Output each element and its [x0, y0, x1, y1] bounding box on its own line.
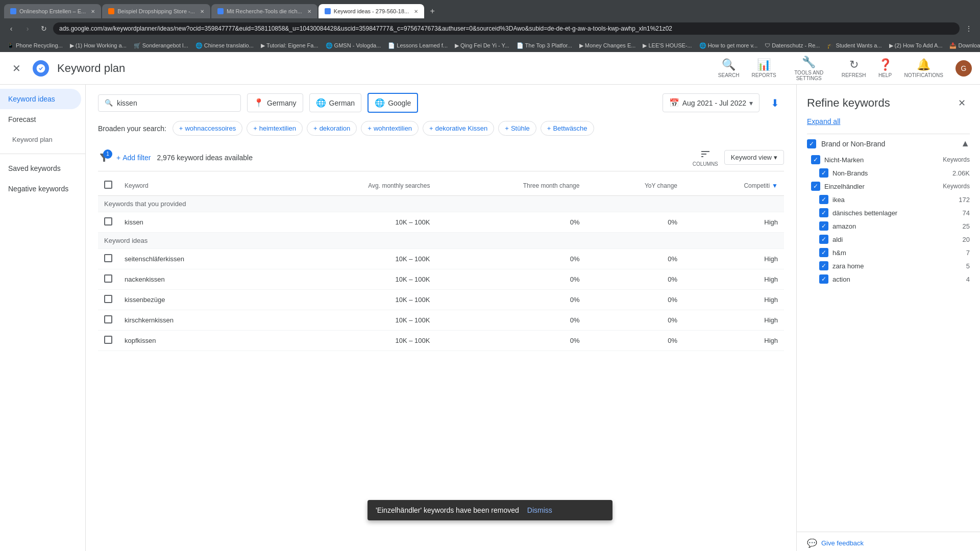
row-checkbox-0[interactable]: [104, 217, 112, 226]
broaden-chip-4[interactable]: + dekorative Kissen: [423, 121, 494, 136]
help-nav-item[interactable]: ❓ HELP: [878, 58, 892, 78]
th-competition[interactable]: Competiti ▼: [683, 176, 784, 196]
notifications-nav-item[interactable]: 🔔 NOTIFICATIONS: [904, 58, 943, 78]
broaden-chip-0[interactable]: + wohnaccessoires: [173, 121, 242, 136]
danisches-checkbox[interactable]: ✓: [819, 208, 828, 217]
search-input-wrap[interactable]: 🔍: [98, 94, 241, 112]
tab-close-3[interactable]: ✕: [307, 9, 311, 14]
bookmark-15[interactable]: ▶ (2) How To Add A...: [886, 41, 946, 50]
th-avg-monthly[interactable]: Avg. monthly searches: [275, 176, 436, 196]
sidebar-item-forecast[interactable]: Forecast: [0, 109, 81, 130]
amazon-checkbox[interactable]: ✓: [819, 221, 828, 231]
bookmark-1[interactable]: 📱 Phone Recycling...: [4, 41, 66, 50]
bookmark-13[interactable]: 🛡 Datenschutz - Re...: [762, 41, 823, 49]
reports-nav-item[interactable]: 📊 REPORTS: [752, 58, 776, 78]
tab-close-2[interactable]: ✕: [200, 9, 204, 14]
sidebar-item-negative-keywords[interactable]: Negative keywords: [0, 179, 81, 199]
row-checkbox-ideas-1[interactable]: [104, 274, 112, 283]
tab-1[interactable]: Onlineshop Erstellen – E... ✕: [4, 4, 101, 18]
tools-nav-item[interactable]: 🔧 TOOLS AND SETTINGS: [789, 56, 829, 81]
brand-section-checkbox[interactable]: ✓: [807, 139, 816, 148]
panel-close-button[interactable]: ✕: [953, 95, 970, 111]
download-button[interactable]: ⬇: [766, 94, 784, 112]
dismiss-button[interactable]: Dismiss: [527, 506, 552, 514]
bookmark-14[interactable]: 🎓 Student Wants a...: [824, 41, 885, 50]
row-competition-ideas-1: High: [683, 269, 784, 290]
broaden-chip-1[interactable]: + heimtextilien: [247, 121, 303, 136]
einzelhandler-checkbox[interactable]: ✓: [811, 182, 820, 191]
table-row: nackenkissen 10K – 100K 0% 0% High: [98, 269, 784, 290]
search-input[interactable]: [117, 99, 209, 107]
bookmark-7[interactable]: 📄 Lessons Learned f...: [385, 41, 451, 50]
tab-close-1[interactable]: ✕: [91, 9, 95, 14]
bookmark-5[interactable]: ▶ Tutorial: Eigene Fa...: [258, 41, 322, 50]
refine-section-brand-header[interactable]: ✓ Brand or Non-Brand ▲: [807, 134, 970, 153]
select-all-checkbox[interactable]: [104, 181, 112, 189]
sidebar-item-keyword-plan[interactable]: Keyword plan: [0, 130, 81, 149]
bookmark-8[interactable]: ▶ Qing Fei De Yi - Y...: [452, 41, 512, 50]
th-three-month[interactable]: Three month change: [436, 176, 585, 196]
search-nav-item[interactable]: 🔍 SEARCH: [718, 58, 740, 78]
th-yoy[interactable]: YoY change: [585, 176, 683, 196]
new-tab-button[interactable]: +: [425, 4, 439, 18]
nicht-marken-checkbox[interactable]: ✓: [811, 155, 820, 164]
keyword-view-button[interactable]: Keyword view ▾: [724, 150, 784, 165]
broaden-chip-6[interactable]: + Bettwäsche: [541, 121, 594, 136]
broaden-label: Broaden your search:: [98, 124, 166, 133]
zara-checkbox[interactable]: ✓: [819, 261, 828, 270]
tab-4-active[interactable]: Keyword ideas - 279-560-18... ✕: [318, 4, 424, 18]
broaden-chip-2[interactable]: + dekoration: [307, 121, 357, 136]
forward-button[interactable]: ›: [20, 21, 35, 36]
row-checkbox-ideas-3[interactable]: [104, 315, 112, 323]
row-checkbox-ideas-0[interactable]: [104, 254, 112, 262]
address-bar-row: ‹ › ↻ ads.google.com/aw/keywordplanner/i…: [0, 18, 980, 39]
bookmark-6[interactable]: 🌐 GMSN - Vologda...: [323, 41, 384, 50]
expand-all-link[interactable]: Expand all: [797, 117, 980, 134]
tools-nav-label: TOOLS AND SETTINGS: [789, 70, 829, 81]
bookmark-11[interactable]: ▶ LEE'S HOUSE-...: [640, 41, 695, 50]
bookmark-4[interactable]: 🌐 Chinese translatio...: [192, 41, 257, 50]
columns-button[interactable]: COLUMNS: [693, 148, 718, 167]
bookmark-12[interactable]: 🌐 How to get more v...: [696, 41, 761, 50]
broaden-chip-3[interactable]: + wohntextilien: [361, 121, 419, 136]
bookmark-9[interactable]: 📄 The Top 3 Platfor...: [513, 41, 575, 50]
bookmark-10[interactable]: ▶ Money Changes E...: [576, 41, 639, 50]
row-checkbox-ideas-4[interactable]: [104, 336, 112, 344]
row-checkbox-cell-0[interactable]: [98, 212, 118, 233]
th-keyword[interactable]: Keyword: [118, 176, 275, 196]
bookmark-3[interactable]: 🛒 Sonderangebot l...: [131, 41, 191, 50]
action-count: 4: [966, 276, 970, 283]
hm-checkbox[interactable]: ✓: [819, 248, 828, 257]
date-range-chip[interactable]: 📅 Aug 2021 - Jul 2022 ▾: [663, 93, 760, 112]
google-icon: 🌐: [375, 98, 385, 108]
row-competition-ideas-0: High: [683, 249, 784, 269]
feedback-button[interactable]: 💬 Give feedback: [807, 538, 970, 548]
search-engine-chip[interactable]: 🌐 Google: [368, 93, 418, 113]
row-checkbox-ideas-2[interactable]: [104, 295, 112, 303]
address-bar[interactable]: ads.google.com/aw/keywordplanner/ideas/n…: [53, 22, 960, 35]
reload-button[interactable]: ↻: [37, 21, 51, 36]
filter-button[interactable]: 1: [98, 152, 110, 164]
browser-menu-button[interactable]: ⋮: [962, 21, 976, 36]
row-yoy-ideas-4: 0%: [585, 331, 683, 351]
non-brands-checkbox[interactable]: ✓: [819, 168, 828, 178]
broaden-chip-5[interactable]: + Stühle: [498, 121, 536, 136]
bookmark-2[interactable]: ▶ (1) How Working a...: [67, 41, 130, 50]
back-button[interactable]: ‹: [4, 21, 18, 36]
sidebar-item-keyword-ideas[interactable]: Keyword ideas: [0, 89, 81, 109]
close-button[interactable]: ✕: [8, 60, 24, 77]
yoy-col-header: YoY change: [645, 182, 677, 189]
language-chip[interactable]: 🌐 German: [309, 93, 362, 112]
add-filter-button[interactable]: + Add filter: [116, 154, 151, 162]
bookmark-16[interactable]: 📥 Download - Cook...: [946, 41, 980, 50]
location-chip[interactable]: 📍 Germany: [247, 93, 303, 112]
refresh-nav-item[interactable]: ↻ REFRESH: [842, 58, 866, 78]
tab-2[interactable]: Beispiel Dropshipping Store -... ✕: [102, 4, 210, 18]
ikea-checkbox[interactable]: ✓: [819, 195, 828, 204]
sidebar-item-saved-keywords[interactable]: Saved keywords: [0, 158, 81, 179]
avatar[interactable]: G: [955, 60, 972, 77]
aldi-checkbox[interactable]: ✓: [819, 235, 828, 244]
tab-close-4[interactable]: ✕: [414, 9, 418, 14]
action-checkbox[interactable]: ✓: [819, 274, 828, 284]
tab-3[interactable]: Mit Recherche-Tools die rich... ✕: [211, 4, 317, 18]
